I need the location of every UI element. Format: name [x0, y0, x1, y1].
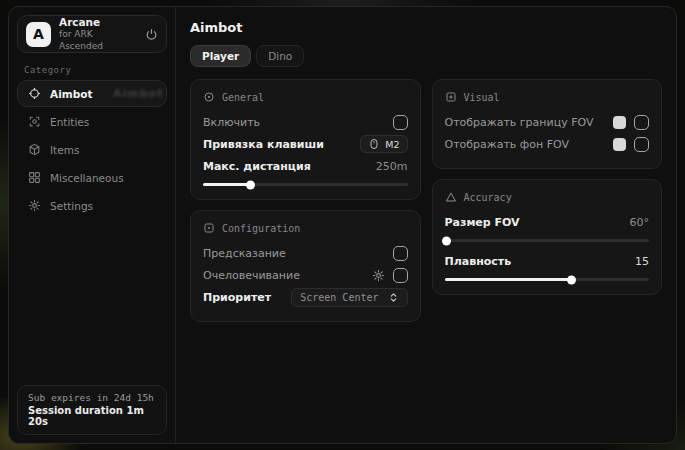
sidebar: A Arcane for ARK Ascended Category Aimbo… [9, 7, 176, 443]
fov-size-slider-fill [445, 239, 447, 242]
sidebar-item-settings[interactable]: Settings [17, 192, 167, 219]
sidebar-nav: Aimbot Entities Items [17, 80, 167, 219]
keybind-value: M2 [385, 139, 399, 150]
smoothness-value: 15 [635, 255, 649, 268]
sidebar-item-aimbot[interactable]: Aimbot [17, 80, 167, 107]
fov-size-label: Размер FOV [445, 216, 520, 229]
frame-icon [445, 91, 457, 103]
card-visual-title: Visual [464, 92, 500, 103]
card-visual: Visual Отображать границу FOV Отображать… [432, 79, 663, 169]
tab-player[interactable]: Player [190, 45, 251, 67]
priority-value: Screen Center [300, 292, 378, 303]
session-duration-text: Session duration 1m 20s [28, 405, 156, 427]
sidebar-item-label: Aimbot [50, 88, 92, 100]
fov-size-slider[interactable] [445, 239, 650, 242]
brand-name: Arcane [59, 16, 137, 29]
max-distance-slider[interactable] [203, 183, 408, 186]
mouse-icon [368, 138, 380, 150]
fov-bg-color-swatch[interactable] [613, 138, 626, 151]
brand-subtitle: for ARK Ascended [59, 29, 137, 52]
sidebar-item-label: Miscellaneous [50, 172, 124, 184]
card-configuration-title: Configuration [222, 223, 300, 234]
card-accuracy: Accuracy Размер FOV 60° Плавность 15 [432, 179, 663, 295]
session-card: Sub expires in 24d 15h Session duration … [17, 385, 167, 435]
config-box-icon [203, 222, 215, 234]
sidebar-item-entities[interactable]: Entities [17, 108, 167, 135]
category-label: Category [24, 65, 160, 75]
card-configuration: Configuration Предсказание Очеловечивани… [190, 210, 421, 322]
humanization-label: Очеловечивание [203, 269, 300, 282]
priority-dropdown[interactable]: Screen Center [291, 288, 407, 307]
brand-logo: A [26, 22, 51, 47]
fov-size-value: 60° [630, 216, 650, 229]
page-title: Aimbot [190, 20, 662, 35]
fov-bg-checkbox[interactable] [634, 137, 649, 152]
max-distance-value: 250m [376, 160, 408, 173]
keybind-button[interactable]: M2 [360, 135, 407, 153]
scan-person-icon [28, 115, 41, 128]
keybind-label: Привязка клавиши [203, 138, 324, 151]
sidebar-item-label: Items [50, 144, 79, 156]
max-distance-label: Макс. дистанция [203, 160, 311, 173]
sidebar-item-label: Entities [50, 116, 89, 128]
triangle-icon [445, 191, 457, 203]
main-panel: Aimbot Player Dino General [176, 7, 676, 443]
sidebar-item-miscellaneous[interactable]: Miscellaneous [17, 164, 167, 191]
sidebar-item-label: Settings [50, 200, 93, 212]
chevron-up-down-icon [388, 292, 399, 303]
fov-border-label: Отображать границу FOV [445, 116, 594, 129]
sub-expires-text: Sub expires in 24d 15h [28, 392, 156, 403]
crosshair-icon [28, 87, 41, 100]
grid-icon [28, 171, 41, 184]
enable-label: Включить [203, 116, 260, 129]
card-accuracy-title: Accuracy [464, 192, 512, 203]
sidebar-item-items[interactable]: Items [17, 136, 167, 163]
smoothness-slider[interactable] [445, 278, 650, 281]
max-distance-slider-fill [203, 183, 250, 186]
prediction-label: Предсказание [203, 247, 286, 260]
fov-bg-label: Отображать фон FOV [445, 138, 569, 151]
card-general-title: General [222, 92, 264, 103]
enable-checkbox[interactable] [393, 115, 408, 130]
fov-border-color-swatch[interactable] [613, 116, 626, 129]
brand-card: A Arcane for ARK Ascended [17, 15, 167, 53]
smoothness-slider-fill [445, 278, 572, 281]
target-icon [203, 91, 215, 103]
tab-bar: Player Dino [190, 45, 662, 67]
prediction-checkbox[interactable] [393, 246, 408, 261]
fov-border-checkbox[interactable] [634, 115, 649, 130]
humanization-settings-icon[interactable] [372, 269, 385, 282]
humanization-checkbox[interactable] [393, 268, 408, 283]
gear-icon [28, 199, 41, 212]
power-icon[interactable] [145, 28, 158, 41]
app-window: A Arcane for ARK Ascended Category Aimbo… [8, 6, 677, 444]
tab-dino[interactable]: Dino [256, 45, 304, 67]
smoothness-label: Плавность [445, 255, 512, 268]
card-general: General Включить Привязка клавиши [190, 79, 421, 200]
box-icon [28, 143, 41, 156]
priority-label: Приоритет [203, 291, 271, 304]
